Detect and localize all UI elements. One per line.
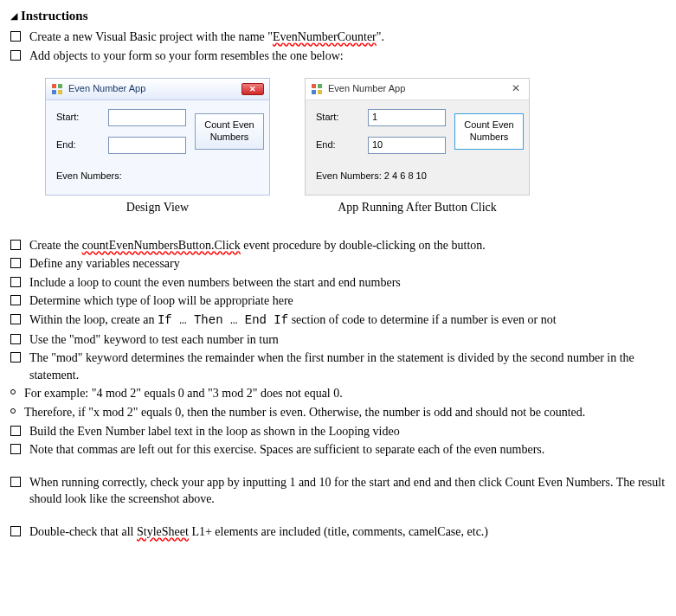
instruction-item: Within the loop, create an If … Then … E… [29, 311, 666, 330]
app-window-design: Even Number App ✕ Start: Count Even Numb… [45, 78, 270, 196]
text-fragment: Double-check that all [29, 525, 137, 538]
svg-rect-2 [52, 90, 56, 94]
bullet-box-icon [10, 31, 21, 42]
svg-rect-4 [312, 84, 316, 88]
start-input[interactable]: 1 [368, 109, 446, 126]
code-fragment: If … Then … End If [158, 313, 288, 327]
titlebar: Even Number App ✕ [46, 79, 269, 99]
instruction-item: Include a loop to count the even numbers… [29, 274, 666, 292]
event-procedure-name: countEvenNumbersButton.Click [82, 239, 241, 252]
button-label: Count Even Numbers [457, 119, 521, 142]
result-label: Even Numbers: [56, 170, 264, 183]
bullet-box-icon [10, 277, 21, 287]
form-body: Start: Count Even Numbers End: Even Numb… [46, 100, 269, 195]
app-window-running: Even Number App ✕ Start: 1 Count Even Nu… [305, 78, 530, 196]
instruction-item: Create a new Visual Basic project with t… [29, 29, 666, 46]
section-heading-row: ◢ Instructions [10, 7, 666, 25]
bullet-circle-icon [10, 389, 16, 395]
bullet-circle-icon [10, 408, 16, 414]
design-view-column: Even Number App ✕ Start: Count Even Numb… [45, 78, 270, 215]
count-even-button[interactable]: Count Even Numbers [454, 113, 524, 150]
text-fragment: ". [377, 30, 384, 43]
svg-rect-7 [318, 90, 322, 94]
instruction-list-continued: Create the countEvenNumbersButton.Click … [10, 237, 666, 459]
text-fragment: L1+ elements are included (title, commen… [189, 525, 488, 538]
count-even-button[interactable]: Count Even Numbers [195, 113, 264, 150]
svg-rect-6 [312, 90, 316, 94]
end-label: End: [56, 138, 100, 151]
start-label: Start: [56, 111, 100, 124]
instruction-item: When running correctly, check your app b… [29, 474, 666, 508]
instruction-item: Determine which type of loop will be app… [29, 292, 666, 310]
end-label: End: [316, 138, 359, 151]
instruction-item: Add objects to your form so your form re… [29, 48, 666, 65]
form-body: Start: 1 Count Even Numbers End: 10 Even… [306, 100, 529, 195]
text-fragment: Create the [29, 239, 82, 252]
instruction-item: Build the Even Number label text in the … [29, 423, 666, 440]
window-title: Even Number App [68, 82, 241, 95]
collapse-triangle-icon: ◢ [10, 10, 17, 22]
design-caption: Design View [45, 199, 270, 216]
bullet-box-icon [10, 50, 21, 61]
svg-rect-1 [58, 84, 62, 88]
running-caption: App Running After Button Click [305, 199, 530, 216]
svg-rect-0 [52, 84, 56, 88]
close-icon[interactable]: ✕ [241, 83, 264, 95]
instruction-item: Double-check that all StyleSheet L1+ ele… [29, 523, 666, 541]
bullet-box-icon [10, 240, 21, 250]
window-title: Even Number App [328, 82, 508, 95]
end-input[interactable] [108, 137, 186, 154]
instruction-item: Define any variables necessary [29, 255, 666, 273]
titlebar: Even Number App ✕ [306, 79, 529, 99]
bullet-box-icon [10, 352, 21, 363]
bullet-box-icon [10, 334, 21, 344]
svg-rect-5 [318, 84, 322, 88]
app-icon [311, 83, 323, 95]
instruction-item: For example: "4 mod 2" equals 0 and "3 m… [24, 385, 666, 402]
start-input[interactable] [108, 109, 186, 126]
instruction-list-final2: Double-check that all StyleSheet L1+ ele… [10, 523, 666, 541]
instruction-item: Therefore, if "x mod 2" equals 0, then t… [24, 404, 666, 421]
instruction-list-final: When running correctly, check your app b… [10, 474, 666, 508]
bullet-box-icon [10, 444, 21, 454]
result-label: Even Numbers: 2 4 6 8 10 [316, 170, 524, 183]
app-icon [51, 83, 63, 95]
text-fragment: event procedure by double-clicking on th… [241, 239, 486, 252]
section-heading: Instructions [21, 7, 88, 25]
instruction-item: The "mod" keyword determines the remaind… [29, 350, 666, 383]
end-input[interactable]: 10 [368, 137, 446, 154]
instruction-list: Create a new Visual Basic project with t… [10, 29, 666, 64]
bullet-box-icon [10, 314, 21, 324]
start-label: Start: [316, 111, 359, 124]
bullet-box-icon [10, 426, 21, 436]
svg-rect-3 [58, 90, 62, 94]
instruction-item: Use the "mod" keyword to test each numbe… [29, 331, 666, 349]
instruction-item: Note that commas are left out for this e… [29, 441, 666, 459]
bullet-box-icon [10, 477, 21, 487]
running-view-column: Even Number App ✕ Start: 1 Count Even Nu… [305, 78, 530, 215]
text-fragment: section of code to determine if a number… [288, 313, 556, 326]
bullet-box-icon [10, 526, 21, 536]
instruction-item: Create the countEvenNumbersButton.Click … [29, 237, 666, 254]
close-icon[interactable]: ✕ [508, 83, 524, 95]
bullet-box-icon [10, 295, 21, 305]
bullet-box-icon [10, 258, 21, 268]
stylesheet-word: StyleSheet [137, 525, 189, 538]
mockups-row: Even Number App ✕ Start: Count Even Numb… [45, 78, 666, 215]
button-label: Count Even Numbers [197, 119, 261, 142]
project-name: EvenNumberCounter [273, 30, 377, 43]
text-fragment: Create a new Visual Basic project with t… [29, 30, 273, 43]
text-fragment: Within the loop, create an [29, 313, 158, 326]
